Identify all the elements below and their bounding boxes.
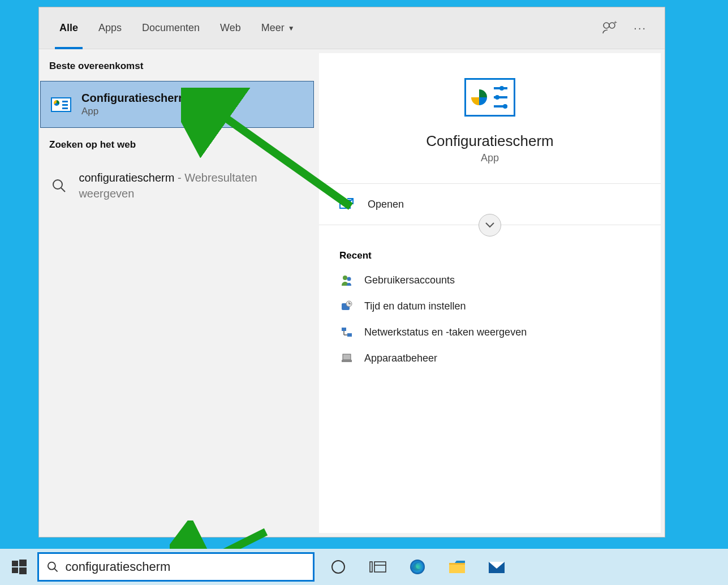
result-subtitle: App: [81, 106, 188, 117]
svg-point-10: [495, 95, 499, 100]
tab-label: Documenten: [142, 22, 200, 34]
svg-rect-29: [19, 560, 27, 566]
svg-rect-25: [342, 360, 352, 362]
network-icon: [339, 326, 354, 338]
control-panel-icon: [49, 94, 74, 115]
recent-list: Gebruikersaccounts Tijd en datum instell…: [319, 267, 661, 371]
taskbar-search[interactable]: [37, 552, 315, 582]
more-options-icon[interactable]: ···: [634, 21, 647, 35]
svg-point-11: [503, 104, 507, 109]
explorer-button[interactable]: [447, 557, 467, 577]
windows-icon: [12, 560, 27, 574]
svg-rect-30: [12, 567, 18, 573]
start-button[interactable]: [3, 551, 35, 583]
svg-point-34: [332, 561, 344, 573]
taskbar: [0, 549, 728, 585]
recent-item-time[interactable]: Tijd en datum instellen: [319, 293, 661, 319]
preview-hero: Configuratiescherm App: [319, 53, 661, 184]
folder-icon: [448, 560, 466, 574]
svg-rect-35: [370, 562, 372, 572]
recent-item-users[interactable]: Gebruikersaccounts: [319, 267, 661, 293]
svg-point-9: [499, 86, 504, 91]
svg-rect-24: [343, 354, 351, 360]
preview-title: Configuratiescherm: [319, 132, 661, 150]
best-match-header: Beste overeenkomst: [39, 49, 315, 81]
task-view-button[interactable]: [368, 557, 388, 577]
svg-rect-28: [12, 561, 18, 566]
svg-point-32: [48, 562, 55, 570]
tab-label: Web: [220, 22, 241, 34]
svg-line-4: [61, 188, 65, 192]
svg-rect-12: [340, 200, 350, 208]
edge-icon: [409, 558, 426, 575]
preview-subtitle: App: [319, 152, 661, 164]
search-icon: [47, 561, 58, 573]
chevron-down-icon: ▼: [288, 24, 295, 32]
recent-label: Tijd en datum instellen: [364, 300, 466, 312]
best-match-result[interactable]: Configuratiescherm App: [40, 81, 314, 128]
tab-web[interactable]: Web: [210, 7, 251, 49]
svg-point-3: [53, 180, 62, 189]
task-view-icon: [369, 560, 386, 574]
recent-label: Apparaatbeheer: [364, 352, 437, 364]
tab-label: Alle: [59, 22, 78, 34]
search-icon: [47, 175, 71, 196]
control-panel-icon: [464, 78, 515, 117]
feedback-icon[interactable]: +: [601, 21, 618, 36]
chevron-down-icon: [485, 222, 495, 229]
users-icon: [339, 274, 354, 286]
open-icon: [339, 197, 356, 211]
tab-more[interactable]: Meer ▼: [251, 7, 305, 49]
svg-rect-36: [374, 562, 386, 572]
results-column: Beste overeenkomst Configuratiescherm Ap…: [39, 49, 315, 537]
web-search-result[interactable]: configuratiescherm - Webresultaten weerg…: [39, 160, 315, 212]
tab-apps[interactable]: Apps: [88, 7, 132, 49]
svg-rect-40: [449, 563, 465, 565]
mail-button[interactable]: [486, 557, 507, 577]
result-title: Configuratiescherm: [81, 92, 188, 105]
expand-button[interactable]: [479, 214, 501, 236]
recent-header: Recent: [319, 236, 661, 267]
tab-label: Meer: [261, 22, 285, 34]
svg-line-33: [54, 569, 58, 572]
device-icon: [339, 352, 354, 364]
recent-item-device[interactable]: Apparaatbeheer: [319, 345, 661, 371]
recent-label: Gebruikersaccounts: [364, 274, 455, 286]
preview-column: Configuratiescherm App Openen Recent Geb…: [319, 53, 661, 533]
tab-label: Apps: [98, 22, 122, 34]
open-label: Openen: [368, 199, 404, 210]
cortana-button[interactable]: [328, 557, 348, 577]
tab-bar: Alle Apps Documenten Web Meer ▼ + ···: [39, 7, 665, 49]
svg-rect-20: [342, 328, 346, 331]
tab-all[interactable]: Alle: [49, 7, 88, 49]
recent-item-network[interactable]: Netwerkstatus en -taken weergeven: [319, 319, 661, 345]
mail-icon: [488, 560, 506, 574]
circle-icon: [330, 559, 346, 575]
search-panel: Alle Apps Documenten Web Meer ▼ + ··· Be…: [38, 7, 665, 537]
svg-rect-21: [347, 333, 352, 337]
svg-point-15: [347, 277, 351, 281]
clock-icon: [339, 300, 354, 312]
web-search-header: Zoeken op het web: [39, 128, 315, 160]
svg-rect-31: [19, 567, 27, 574]
svg-point-0: [604, 23, 609, 28]
svg-text:+: +: [614, 21, 617, 25]
recent-label: Netwerkstatus en -taken weergeven: [364, 326, 527, 338]
svg-point-14: [343, 276, 347, 280]
tab-documents[interactable]: Documenten: [132, 7, 210, 49]
web-query: configuratiescherm: [79, 171, 174, 184]
search-input[interactable]: [65, 560, 305, 574]
edge-button[interactable]: [407, 557, 428, 577]
